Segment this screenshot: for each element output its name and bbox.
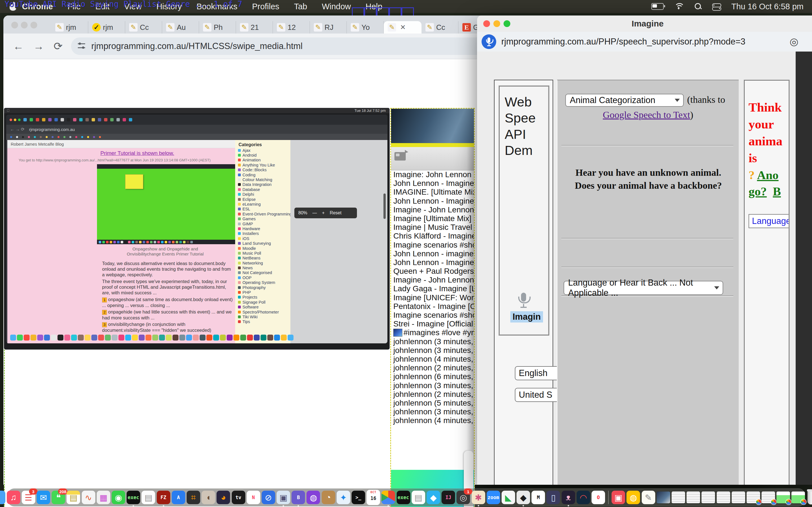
terminal-icon[interactable]: >_	[352, 491, 365, 504]
podcasts-icon[interactable]: ◍	[306, 491, 320, 504]
site-settings-icon[interactable]	[78, 42, 86, 50]
control-center-icon[interactable]	[712, 3, 721, 10]
imagine-url-bar[interactable]: rjmprogramming.com.au/PHP/speech_supervi…	[477, 32, 812, 52]
contacts-icon[interactable]: ◔	[322, 491, 335, 504]
language-select[interactable]: English	[515, 366, 562, 380]
tab-rjm[interactable]: ✓rjm	[88, 21, 125, 34]
tab-Cc[interactable]: ✎Cc	[125, 21, 162, 34]
back-button[interactable]: ←	[13, 40, 24, 52]
notes-icon[interactable]: ▤	[66, 491, 80, 504]
music-icon[interactable]: ♫	[7, 491, 20, 504]
minimized-window-thumb-chrome-1[interactable]	[747, 492, 760, 503]
category-item[interactable]: Coding	[238, 172, 290, 177]
category-item[interactable]: News	[238, 265, 290, 270]
tab-close-icon[interactable]: ✕	[400, 23, 406, 31]
playlist-item[interactable]: Imagine - John Lennon	[393, 205, 472, 214]
zoom-out-button[interactable]: —	[312, 210, 317, 216]
playlist-item[interactable]: IMAGINE. [Ultimate Mix	[393, 187, 472, 196]
tab-Yo[interactable]: ✎Yo	[347, 21, 384, 34]
category-item[interactable]: Eclipse	[238, 197, 290, 202]
finder-icon[interactable]	[0, 491, 5, 504]
minimized-window-thumb-green-1[interactable]	[776, 492, 790, 503]
playlist-item[interactable]: Imagine - John Lennon	[393, 276, 472, 284]
window-minimize-button[interactable]	[21, 22, 28, 29]
category-item[interactable]: GIMP	[238, 221, 290, 226]
category-item[interactable]: Code::Blocks	[238, 168, 290, 172]
another-go-link-2[interactable]: go?	[749, 185, 767, 198]
window-close-button[interactable]	[11, 22, 18, 29]
primer-tutorial-link[interactable]: Primer Tutorial is shown below.	[100, 150, 174, 156]
gauge-icon[interactable]: ◠	[576, 491, 590, 504]
preview-icon[interactable]: ▣	[276, 491, 290, 504]
playlist-item[interactable]: John Lennon - Imagine	[393, 179, 472, 187]
another-go-link[interactable]: Ano	[757, 168, 778, 182]
zoom-reset-button[interactable]: Reset	[329, 210, 342, 216]
inkscape-icon[interactable]: ◆	[516, 491, 530, 504]
minimized-window-thumb-doc-3[interactable]	[702, 492, 715, 503]
category-item[interactable]: Land Surveying	[238, 241, 290, 245]
news-icon[interactable]: N	[247, 491, 260, 504]
category-item[interactable]: Software	[238, 305, 290, 309]
calculator-icon[interactable]: ⌗	[187, 491, 200, 504]
category-item[interactable]: Animation	[238, 158, 290, 163]
playlist-item-johnlennon[interactable]: johnlennon (3 minutes, 5	[393, 346, 472, 355]
ideas-icon[interactable]: ◍	[626, 491, 640, 504]
category-item[interactable]: Colour Matching	[238, 177, 290, 182]
category-item[interactable]: Games	[238, 216, 290, 221]
category-item[interactable]: Android	[238, 153, 290, 158]
trash-icon[interactable]	[808, 490, 812, 504]
category-item[interactable]: Moodle	[238, 246, 290, 251]
action-select[interactable]: Language or Hear it Back ... Not Applica…	[564, 281, 723, 295]
category-item[interactable]: Spectro/Photometer	[238, 309, 290, 314]
playlist-item[interactable]: #imagines #love #yn	[393, 328, 472, 337]
category-item[interactable]: eLearning	[238, 202, 290, 207]
category-item[interactable]: Not Categorised	[238, 270, 290, 275]
category-item[interactable]: Networking	[238, 261, 290, 265]
prism-icon[interactable]: ◣	[502, 491, 515, 504]
playlist-item-johnlennon[interactable]: johnlennon (5 minutes, 4	[393, 399, 472, 407]
garageband-icon[interactable]: ∿	[82, 491, 95, 504]
playlist-item-johnlennon[interactable]: johnlennon (3 minutes, 8	[393, 337, 472, 346]
gimp-icon[interactable]: ◖	[202, 491, 215, 504]
category-item[interactable]: Delphi	[238, 192, 290, 197]
country-select[interactable]: United S	[515, 388, 562, 402]
tab-21[interactable]: ✎21	[236, 21, 273, 34]
microphone-permission-icon[interactable]	[481, 34, 496, 49]
category-item[interactable]: Signage Poll	[238, 300, 290, 304]
playlist-item-johnlennon[interactable]: johnlennon (4 minutes,	[393, 355, 472, 363]
playlist-item-johnlennon[interactable]: johnlennon (3 minutes,	[393, 381, 472, 390]
imagine-title-bar[interactable]: Imagine	[477, 15, 812, 32]
playlist-item[interactable]: Imagine scenarios #sho	[393, 240, 472, 249]
nested-scrollbar-thumb[interactable]	[384, 193, 386, 219]
playlist-item[interactable]: Pentatonix - Imagine [O	[393, 302, 472, 311]
forward-button[interactable]: →	[33, 40, 44, 52]
menu-bar-clock[interactable]: Thu 16 Oct 6:58 pm	[731, 2, 804, 11]
category-item[interactable]: iOS	[238, 236, 290, 241]
exec-script-icon[interactable]: exec	[126, 491, 140, 504]
menu-item-tab[interactable]: Tab	[294, 2, 307, 11]
window-zoom-button[interactable]	[31, 22, 37, 29]
chrome-icon[interactable]	[382, 491, 395, 504]
sketch-icon[interactable]: ◆	[426, 491, 440, 504]
tab-Au[interactable]: ✎Au	[162, 21, 199, 34]
zoom-in-button[interactable]: +	[322, 210, 324, 216]
category-item[interactable]: Tips	[238, 320, 290, 324]
playlist-item[interactable]: Imagine scenarios #sho	[393, 311, 472, 320]
reload-button[interactable]: ⟳	[54, 40, 63, 52]
category-item[interactable]: ESL	[238, 207, 290, 212]
category-select[interactable]: Animal Categorization	[565, 94, 684, 107]
category-item[interactable]: Installers	[238, 231, 290, 236]
minimized-window-thumb-chrome-2[interactable]	[762, 492, 775, 503]
firefox-icon[interactable]: ◕	[216, 491, 230, 504]
minimized-window-thumb-doc-2[interactable]	[687, 492, 700, 503]
tab-Ph[interactable]: ✎Ph	[199, 21, 236, 34]
microphone-icon[interactable]	[517, 293, 530, 313]
calendar-icon[interactable]: 16OCT	[366, 490, 380, 505]
filezilla-icon[interactable]: FZ	[157, 491, 170, 504]
playlist-item[interactable]: Imagine [UNICEF: Worl	[393, 293, 472, 302]
category-item[interactable]: PHP	[238, 290, 290, 295]
playlist-item[interactable]: Lady Gaga - Imagine [L	[393, 284, 472, 293]
google-speech-link[interactable]: Google Speech to Text	[603, 110, 690, 120]
textedit-2-icon[interactable]: ▤	[412, 491, 425, 504]
opera-icon[interactable]: O	[592, 491, 605, 504]
